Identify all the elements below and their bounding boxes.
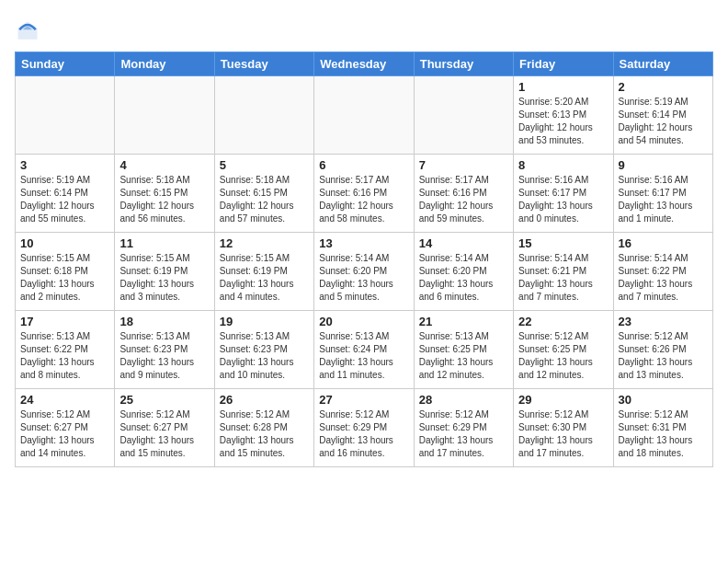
calendar-cell	[214, 76, 313, 155]
day-info: Sunrise: 5:13 AM Sunset: 6:23 PM Dayligh…	[220, 330, 309, 382]
day-number: 13	[319, 236, 408, 250]
calendar-cell: 23Sunrise: 5:12 AM Sunset: 6:26 PM Dayli…	[613, 311, 712, 389]
calendar-cell: 20Sunrise: 5:13 AM Sunset: 6:24 PM Dayli…	[314, 311, 414, 389]
day-number: 22	[518, 315, 608, 328]
day-number: 1	[518, 80, 608, 94]
calendar-cell: 16Sunrise: 5:14 AM Sunset: 6:22 PM Dayli…	[613, 233, 712, 311]
calendar-cell: 8Sunrise: 5:16 AM Sunset: 6:17 PM Daylig…	[514, 155, 613, 233]
day-number: 9	[619, 158, 708, 172]
calendar-cell: 14Sunrise: 5:14 AM Sunset: 6:20 PM Dayli…	[414, 233, 513, 311]
weekday-header-saturday: Saturday	[613, 52, 712, 76]
weekday-header-monday: Monday	[115, 52, 214, 76]
weekday-header-tuesday: Tuesday	[214, 52, 313, 76]
logo-icon	[15, 18, 40, 44]
day-info: Sunrise: 5:17 AM Sunset: 6:16 PM Dayligh…	[319, 174, 408, 225]
day-info: Sunrise: 5:20 AM Sunset: 6:13 PM Dayligh…	[518, 96, 608, 147]
day-info: Sunrise: 5:13 AM Sunset: 6:25 PM Dayligh…	[419, 330, 508, 382]
day-info: Sunrise: 5:12 AM Sunset: 6:29 PM Dayligh…	[319, 408, 408, 460]
day-info: Sunrise: 5:18 AM Sunset: 6:15 PM Dayligh…	[119, 174, 209, 225]
calendar-cell: 11Sunrise: 5:15 AM Sunset: 6:19 PM Dayli…	[115, 233, 214, 311]
calendar-cell: 12Sunrise: 5:15 AM Sunset: 6:19 PM Dayli…	[214, 233, 313, 311]
calendar-cell: 2Sunrise: 5:19 AM Sunset: 6:14 PM Daylig…	[613, 76, 712, 155]
day-info: Sunrise: 5:17 AM Sunset: 6:16 PM Dayligh…	[419, 174, 508, 225]
calendar-cell: 25Sunrise: 5:12 AM Sunset: 6:27 PM Dayli…	[115, 389, 214, 467]
calendar-cell: 6Sunrise: 5:17 AM Sunset: 6:16 PM Daylig…	[314, 155, 414, 233]
day-number: 26	[220, 393, 309, 407]
day-info: Sunrise: 5:12 AM Sunset: 6:27 PM Dayligh…	[119, 408, 209, 460]
day-number: 3	[20, 158, 109, 172]
page-header	[15, 15, 713, 44]
day-number: 4	[119, 158, 209, 172]
day-number: 2	[619, 80, 708, 94]
day-number: 30	[619, 393, 708, 407]
calendar-cell: 30Sunrise: 5:12 AM Sunset: 6:31 PM Dayli…	[613, 389, 712, 467]
day-info: Sunrise: 5:15 AM Sunset: 6:19 PM Dayligh…	[220, 252, 309, 304]
calendar-cell: 10Sunrise: 5:15 AM Sunset: 6:18 PM Dayli…	[16, 233, 115, 311]
calendar-cell: 17Sunrise: 5:13 AM Sunset: 6:22 PM Dayli…	[16, 311, 115, 389]
day-number: 10	[20, 236, 109, 250]
day-info: Sunrise: 5:15 AM Sunset: 6:18 PM Dayligh…	[20, 252, 109, 304]
day-number: 28	[419, 393, 508, 407]
day-info: Sunrise: 5:12 AM Sunset: 6:30 PM Dayligh…	[518, 408, 608, 460]
calendar-cell: 28Sunrise: 5:12 AM Sunset: 6:29 PM Dayli…	[414, 389, 513, 467]
day-number: 18	[119, 315, 209, 328]
calendar-cell: 4Sunrise: 5:18 AM Sunset: 6:15 PM Daylig…	[115, 155, 214, 233]
day-info: Sunrise: 5:14 AM Sunset: 6:20 PM Dayligh…	[419, 252, 508, 304]
day-info: Sunrise: 5:14 AM Sunset: 6:22 PM Dayligh…	[619, 252, 708, 304]
calendar-cell: 21Sunrise: 5:13 AM Sunset: 6:25 PM Dayli…	[414, 311, 513, 389]
day-number: 14	[419, 236, 508, 250]
weekday-header-friday: Friday	[514, 52, 613, 76]
calendar-cell: 7Sunrise: 5:17 AM Sunset: 6:16 PM Daylig…	[414, 155, 513, 233]
calendar-cell: 18Sunrise: 5:13 AM Sunset: 6:23 PM Dayli…	[115, 311, 214, 389]
day-number: 11	[119, 236, 209, 250]
weekday-header-wednesday: Wednesday	[314, 52, 414, 76]
calendar-cell: 24Sunrise: 5:12 AM Sunset: 6:27 PM Dayli…	[16, 389, 115, 467]
day-number: 25	[119, 393, 209, 407]
calendar-week-4: 17Sunrise: 5:13 AM Sunset: 6:22 PM Dayli…	[16, 311, 713, 389]
calendar-cell: 9Sunrise: 5:16 AM Sunset: 6:17 PM Daylig…	[613, 155, 712, 233]
calendar-cell	[414, 76, 513, 155]
day-number: 6	[319, 158, 408, 172]
day-info: Sunrise: 5:15 AM Sunset: 6:19 PM Dayligh…	[119, 252, 209, 304]
day-number: 7	[419, 158, 508, 172]
calendar-cell	[115, 76, 214, 155]
day-number: 16	[619, 236, 708, 250]
calendar-cell: 27Sunrise: 5:12 AM Sunset: 6:29 PM Dayli…	[314, 389, 414, 467]
calendar-week-1: 1Sunrise: 5:20 AM Sunset: 6:13 PM Daylig…	[16, 76, 713, 155]
day-number: 15	[518, 236, 608, 250]
calendar-cell: 29Sunrise: 5:12 AM Sunset: 6:30 PM Dayli…	[514, 389, 613, 467]
day-info: Sunrise: 5:14 AM Sunset: 6:21 PM Dayligh…	[518, 252, 608, 304]
day-number: 21	[419, 315, 508, 328]
calendar-cell: 22Sunrise: 5:12 AM Sunset: 6:25 PM Dayli…	[514, 311, 613, 389]
day-number: 23	[619, 315, 708, 328]
day-info: Sunrise: 5:14 AM Sunset: 6:20 PM Dayligh…	[319, 252, 408, 304]
calendar-cell: 13Sunrise: 5:14 AM Sunset: 6:20 PM Dayli…	[314, 233, 414, 311]
day-number: 20	[319, 315, 408, 328]
calendar-week-5: 24Sunrise: 5:12 AM Sunset: 6:27 PM Dayli…	[16, 389, 713, 467]
weekday-header-sunday: Sunday	[16, 52, 115, 76]
day-info: Sunrise: 5:12 AM Sunset: 6:25 PM Dayligh…	[518, 330, 608, 382]
calendar-week-2: 3Sunrise: 5:19 AM Sunset: 6:14 PM Daylig…	[16, 155, 713, 233]
calendar-table: SundayMondayTuesdayWednesdayThursdayFrid…	[15, 52, 713, 467]
day-number: 5	[220, 158, 309, 172]
calendar-cell: 1Sunrise: 5:20 AM Sunset: 6:13 PM Daylig…	[514, 76, 613, 155]
day-info: Sunrise: 5:16 AM Sunset: 6:17 PM Dayligh…	[619, 174, 708, 225]
day-info: Sunrise: 5:13 AM Sunset: 6:22 PM Dayligh…	[20, 330, 109, 382]
day-info: Sunrise: 5:12 AM Sunset: 6:27 PM Dayligh…	[20, 408, 109, 460]
day-number: 17	[20, 315, 109, 328]
weekday-header-row: SundayMondayTuesdayWednesdayThursdayFrid…	[16, 52, 713, 76]
day-info: Sunrise: 5:18 AM Sunset: 6:15 PM Dayligh…	[220, 174, 309, 225]
day-number: 27	[319, 393, 408, 407]
calendar-cell: 26Sunrise: 5:12 AM Sunset: 6:28 PM Dayli…	[214, 389, 313, 467]
day-info: Sunrise: 5:13 AM Sunset: 6:23 PM Dayligh…	[119, 330, 209, 382]
day-number: 12	[220, 236, 309, 250]
day-info: Sunrise: 5:16 AM Sunset: 6:17 PM Dayligh…	[518, 174, 608, 225]
calendar-cell: 3Sunrise: 5:19 AM Sunset: 6:14 PM Daylig…	[16, 155, 115, 233]
day-number: 8	[518, 158, 608, 172]
day-info: Sunrise: 5:13 AM Sunset: 6:24 PM Dayligh…	[319, 330, 408, 382]
day-info: Sunrise: 5:19 AM Sunset: 6:14 PM Dayligh…	[619, 96, 708, 147]
day-info: Sunrise: 5:12 AM Sunset: 6:31 PM Dayligh…	[619, 408, 708, 460]
weekday-header-thursday: Thursday	[414, 52, 513, 76]
day-number: 29	[518, 393, 608, 407]
day-number: 24	[20, 393, 109, 407]
